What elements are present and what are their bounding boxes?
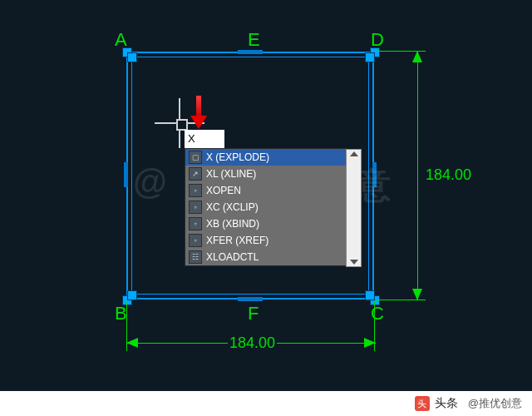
dimension-height: 184.00 [424,166,473,184]
annotation-arrow [193,96,204,129]
autocomplete-label: X (EXPLODE) [206,151,269,163]
grip-inner[interactable] [127,290,137,300]
autocomplete-item[interactable]: ▫XFER (XREF) [185,232,347,249]
midpoint-left[interactable] [124,162,128,187]
command-icon: ▫ [189,217,202,230]
grip-inner[interactable] [365,52,375,62]
command-icon: ▫ [189,201,202,214]
autocomplete-label: XOPEN [206,185,241,196]
autocomplete-item[interactable]: ▫XC (XCLIP) [185,199,347,215]
autocomplete-label: XLOADCTL [206,251,259,263]
grip-inner[interactable] [365,290,375,300]
vertex-label-f: F [248,303,259,324]
dimension-width: 184.00 [228,334,277,352]
autocomplete-item[interactable]: ▫XOPEN [185,182,347,199]
command-icon: ▫ [189,234,202,247]
vertex-label-d: D [371,29,384,51]
footer-brand: 头条 [435,396,458,411]
footer-author: @推优创意 [468,396,522,411]
command-icon: ☷ [189,250,202,264]
autocomplete-item[interactable]: ↗XL (XLINE) [185,166,347,182]
cad-canvas[interactable]: A E D B F C 184.00 184.00 @ 优创意 X ▢X (EX… [0,0,532,416]
scrollbar[interactable] [346,149,362,267]
toutiao-logo-icon: 头 [415,396,430,411]
autocomplete-label: XB (XBIND) [206,218,259,230]
footer-bar: 头 头条 @推优创意 [0,391,532,416]
watermark-at: @ [133,162,169,202]
autocomplete-label: XFER (XREF) [206,235,268,246]
autocomplete-item[interactable]: ☷XLOADCTL [185,249,347,265]
command-icon: ▫ [189,184,202,197]
autocomplete-label: XL (XLINE) [206,168,256,180]
dim-arrow [364,338,376,348]
vertex-label-e: E [248,29,260,51]
vertex-label-c: C [371,303,384,324]
dim-arrow [412,289,422,300]
autocomplete-label: XC (XCLIP) [206,201,259,213]
autocomplete-menu[interactable]: ▢X (EXPLODE)↗XL (XLINE)▫XOPEN▫XC (XCLIP)… [185,148,347,266]
command-input[interactable]: X [185,130,224,148]
autocomplete-item[interactable]: ▢X (EXPLODE) [185,149,347,166]
dim-arrow [126,338,138,348]
vertex-label-b: B [115,303,127,324]
command-icon: ↗ [189,167,202,181]
vertex-label-a: A [115,29,127,51]
dim-line-vertical [417,51,418,300]
autocomplete-item[interactable]: ▫XB (XBIND) [185,215,347,232]
dim-arrow [412,51,422,62]
crosshair-pickbox [176,119,188,131]
grip-inner[interactable] [127,52,137,62]
command-icon: ▢ [189,151,202,164]
midpoint-bottom[interactable] [238,297,263,301]
